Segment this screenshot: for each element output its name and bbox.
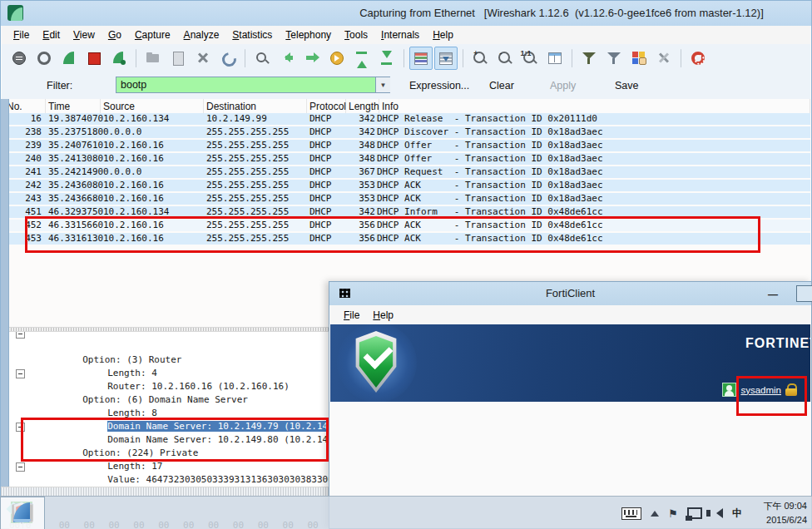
toolbar-button[interactable] — [32, 47, 56, 70]
detail-tree-line[interactable]: Length: 8 — [9, 380, 330, 393]
toolbar-button[interactable] — [375, 47, 399, 70]
column-header[interactable]: Destination — [204, 99, 307, 113]
ime-indicator[interactable]: 中 — [732, 507, 742, 521]
toolbar-button[interactable] — [463, 49, 463, 67]
packet-row[interactable]: 243 35.2436680 10.2.160.16 255.255.255.2… — [9, 193, 810, 205]
action-center-flag-icon[interactable]: ⚑ — [668, 507, 678, 520]
maximize-button[interactable] — [796, 285, 812, 302]
taskbar-button[interactable] — [0, 497, 45, 529]
toolbar-button[interactable]: - — [493, 47, 517, 70]
clock[interactable]: 下午 09:04 2015/6/24 — [745, 499, 807, 527]
filter-button[interactable]: Apply — [547, 79, 579, 92]
toolbar-button[interactable] — [350, 47, 374, 70]
packet-row[interactable]: 239 35.2407610 10.2.160.16 255.255.255.2… — [9, 140, 810, 151]
menu-item[interactable]: Statistics — [225, 27, 279, 42]
zoom-sign — [413, 49, 421, 57]
menu-item[interactable]: Capture — [128, 27, 177, 42]
toolbar-button[interactable] — [275, 47, 299, 70]
menu-item[interactable]: File — [337, 308, 366, 323]
toolbar-button[interactable] — [434, 47, 458, 70]
highlight-box-option-224 — [21, 418, 329, 462]
packet-row[interactable]: 238 35.2375180 0.0.0.0 255.255.255.255 D… — [9, 126, 810, 138]
toolbar-button[interactable] — [602, 47, 626, 70]
column-header[interactable]: Time — [46, 99, 101, 113]
column-header[interactable]: Source — [101, 99, 204, 113]
network-icon[interactable] — [687, 507, 702, 519]
detail-tree-line[interactable]: Option: (6) Domain Name Server — [9, 367, 330, 380]
menu-item[interactable]: Telephony — [279, 27, 338, 42]
detail-tree-line[interactable]: Option End: 255 — [9, 473, 330, 487]
toolbar-button[interactable]: 1:1 — [518, 47, 542, 70]
filter-button[interactable]: Clear — [486, 79, 517, 92]
detail-tree-line[interactable]: Domain Name Server: 10.2.149.79 (10.2.14… — [9, 393, 330, 407]
toolbar-button[interactable] — [57, 47, 81, 70]
filter-label: Filter: — [47, 80, 72, 91]
highlight-box-packet-rows — [25, 216, 760, 253]
zoom-sign — [279, 49, 287, 57]
detail-tree-line[interactable]: Option: (3) Router — [9, 332, 330, 340]
filter-dropdown-arrow-icon[interactable]: ▼ — [375, 77, 390, 92]
wireshark-titlebar[interactable]: Capturing from Ethernet [Wireshark 1.12.… — [1, 1, 811, 26]
minimize-button[interactable]: — — [763, 285, 783, 300]
vertical-scrollbar[interactable] — [1, 99, 9, 487]
zoom-sign — [36, 49, 44, 57]
zoom-sign — [606, 49, 614, 57]
toolbar-button[interactable] — [325, 47, 349, 70]
detail-tree-line[interactable]: Router: 10.2.160.16 (10.2.160.16) — [9, 353, 330, 367]
detail-tree-line[interactable]: Option: (255) End — [9, 460, 330, 473]
packet-row[interactable]: 241 35.2421490 0.0.0.0 255.255.255.255 D… — [9, 166, 810, 178]
menu-item[interactable]: Internals — [374, 27, 426, 42]
packet-row[interactable]: 242 35.2436080 10.2.160.16 255.255.255.2… — [9, 180, 810, 191]
menu-item[interactable]: File — [7, 27, 36, 42]
filter-button[interactable]: Expression... — [406, 79, 473, 92]
toolbar-button[interactable] — [7, 47, 31, 70]
toolbar-button[interactable] — [681, 49, 681, 67]
tree-collapse-icon[interactable] — [16, 332, 25, 339]
toolbar-button[interactable] — [191, 47, 215, 70]
show-hidden-icons-icon[interactable] — [651, 507, 659, 517]
packet-row[interactable]: 240 35.2413080 10.2.160.16 255.255.255.2… — [9, 153, 810, 165]
toolbar-button[interactable] — [404, 49, 404, 67]
menu-item[interactable]: Go — [102, 27, 128, 42]
toolbar-button[interactable] — [82, 47, 106, 70]
zoom-sign — [581, 49, 589, 57]
wireshark-app-icon — [7, 5, 23, 21]
menu-item[interactable]: Help — [426, 27, 460, 42]
toolbar-button[interactable] — [627, 47, 651, 70]
wireshark-menubar: FileEditViewGoCaptureAnalyzeStatisticsTe… — [2, 26, 810, 45]
toolbar-button[interactable] — [543, 47, 567, 70]
menu-item[interactable]: Tools — [338, 27, 374, 42]
toolbar-button[interactable] — [166, 47, 190, 70]
forticlient-titlebar[interactable]: FortiClient — — [329, 282, 811, 305]
menu-item[interactable]: View — [67, 27, 102, 42]
toolbar-button[interactable] — [245, 49, 245, 67]
column-header[interactable]: Length — [346, 99, 379, 113]
zoom-sign: + — [472, 49, 480, 57]
highlight-box-sysadmin — [736, 376, 807, 416]
zoom-sign — [438, 49, 446, 57]
toolbar-button[interactable] — [300, 47, 324, 70]
zoom-sign — [145, 49, 153, 57]
touch-keyboard-icon[interactable] — [621, 507, 641, 520]
toolbar-button[interactable] — [107, 47, 131, 70]
menu-item[interactable]: Help — [366, 308, 400, 323]
filter-input[interactable]: bootp — [116, 77, 390, 93]
toolbar-button[interactable] — [652, 47, 676, 70]
menu-item[interactable]: Edit — [36, 27, 67, 42]
packet-row[interactable]: 16 19.3874070 10.2.160.134 10.2.149.99 D… — [9, 113, 810, 125]
toolbar-button[interactable] — [136, 49, 136, 67]
toolbar-button[interactable] — [572, 49, 572, 67]
detail-tree-line[interactable]: Length: 4 — [9, 340, 330, 353]
menu-item[interactable]: Analyze — [177, 27, 226, 42]
volume-icon[interactable] — [711, 508, 723, 518]
column-header[interactable]: Protocol — [307, 99, 346, 113]
user-avatar-icon — [722, 383, 736, 397]
tree-collapse-icon[interactable] — [16, 462, 25, 472]
column-header[interactable]: Info — [379, 99, 810, 113]
zoom-sign — [254, 49, 262, 57]
taskbar: ⚑ 中 下午 09:04 2015/6/24 — [0, 496, 812, 529]
column-header[interactable]: No. — [4, 99, 46, 113]
tree-collapse-icon[interactable] — [16, 369, 25, 378]
filter-button[interactable]: Save — [611, 79, 642, 92]
toolbar-button[interactable] — [216, 47, 240, 70]
